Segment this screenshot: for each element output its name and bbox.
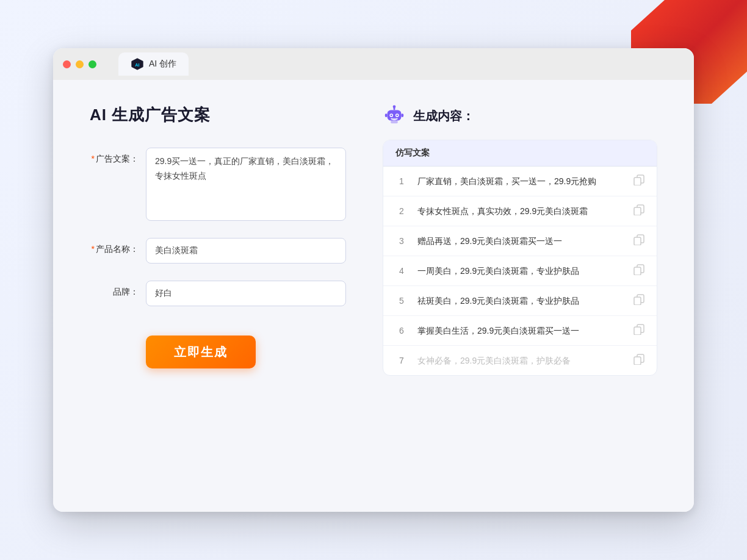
result-header: 生成内容： [383, 104, 657, 127]
brand-label: 品牌： [90, 281, 139, 298]
row-number: 4 [395, 266, 408, 276]
svg-point-6 [396, 115, 398, 117]
ai-tab-icon: AI [131, 57, 144, 71]
button-container: 立即生成 [146, 323, 346, 368]
product-name-field[interactable] [146, 238, 346, 264]
svg-rect-26 [634, 357, 641, 365]
minimize-button[interactable] [76, 60, 84, 68]
svg-text:AI: AI [135, 62, 139, 68]
table-row: 3赠品再送，29.9元美白淡斑霜买一送一 [383, 226, 657, 256]
svg-point-8 [393, 105, 396, 108]
svg-rect-11 [401, 113, 403, 117]
robot-icon [383, 104, 406, 127]
row-number: 3 [395, 236, 408, 246]
row-number: 6 [395, 326, 408, 336]
row-text: 一周美白，29.9元美白淡斑霜，专业护肤品 [417, 265, 624, 278]
ad-copy-field[interactable]: 29.9买一送一，真正的厂家直销，美白淡斑霜，专抹女性斑点 [146, 148, 346, 221]
table-row: 6掌握美白生活，29.9元美白淡斑霜买一送一 [383, 316, 657, 346]
copy-icon[interactable] [633, 294, 644, 307]
product-name-group: *产品名称： [90, 238, 346, 264]
row-text: 祛斑美白，29.9元美白淡斑霜，专业护肤品 [417, 295, 624, 307]
browser-window: AI AI 创作 AI 生成广告文案 *广告文案： 29.9买一送一，真正的厂家… [53, 48, 694, 512]
close-button[interactable] [63, 60, 71, 68]
row-number: 5 [395, 296, 408, 306]
row-text: 女神必备，29.9元美白淡斑霜，护肤必备 [417, 354, 624, 367]
product-name-label: *产品名称： [90, 238, 139, 255]
result-table: 仿写文案 1厂家直销，美白淡斑霜，买一送一，29.9元抢购2专抹女性斑点，真实功… [383, 140, 657, 376]
required-star-2: * [92, 244, 95, 254]
table-row: 2专抹女性斑点，真实功效，29.9元美白淡斑霜 [383, 196, 657, 226]
copy-icon[interactable] [633, 204, 644, 218]
copy-icon[interactable] [633, 354, 644, 367]
title-bar: AI AI 创作 [53, 48, 694, 80]
row-text: 厂家直销，美白淡斑霜，买一送一，29.9元抢购 [417, 175, 624, 188]
svg-rect-24 [634, 327, 641, 335]
traffic-lights [63, 60, 96, 68]
svg-rect-10 [385, 113, 388, 117]
table-row: 7女神必备，29.9元美白淡斑霜，护肤必备 [383, 346, 657, 375]
row-number: 2 [395, 206, 408, 216]
required-star: * [92, 154, 95, 163]
svg-rect-14 [634, 178, 641, 185]
row-text: 掌握美白生活，29.9元美白淡斑霜买一送一 [417, 325, 624, 337]
copy-icon[interactable] [633, 174, 644, 188]
row-text: 赠品再送，29.9元美白淡斑霜买一送一 [417, 235, 624, 248]
copy-icon[interactable] [633, 234, 644, 248]
table-row: 4一周美白，29.9元美白淡斑霜，专业护肤品 [383, 256, 657, 286]
svg-rect-12 [391, 121, 397, 124]
svg-point-5 [391, 115, 392, 117]
maximize-button[interactable] [88, 60, 96, 68]
copy-icon[interactable] [633, 264, 644, 278]
result-container: 1厂家直销，美白淡斑霜，买一送一，29.9元抢购2专抹女性斑点，真实功效，29.… [383, 167, 657, 375]
row-text: 专抹女性斑点，真实功效，29.9元美白淡斑霜 [417, 205, 624, 218]
left-panel: AI 生成广告文案 *广告文案： 29.9买一送一，真正的厂家直销，美白淡斑霜，… [90, 104, 346, 487]
ad-copy-group: *广告文案： 29.9买一送一，真正的厂家直销，美白淡斑霜，专抹女性斑点 [90, 148, 346, 221]
ai-tab[interactable]: AI AI 创作 [118, 52, 189, 76]
svg-rect-18 [634, 237, 641, 245]
table-row: 5祛斑美白，29.9元美白淡斑霜，专业护肤品 [383, 286, 657, 316]
page-title: AI 生成广告文案 [90, 104, 346, 126]
table-header: 仿写文案 [383, 140, 657, 167]
right-panel: 生成内容： 仿写文案 1厂家直销，美白淡斑霜，买一送一，29.9元抢购2专抹女性… [383, 104, 657, 487]
tab-area: AI AI 创作 [118, 52, 189, 76]
generate-button[interactable]: 立即生成 [146, 336, 256, 368]
result-title: 生成内容： [413, 108, 474, 124]
brand-group: 品牌： [90, 281, 346, 306]
row-number: 1 [395, 176, 408, 186]
svg-rect-22 [634, 297, 641, 305]
tab-label: AI 创作 [149, 59, 176, 70]
table-row: 1厂家直销，美白淡斑霜，买一送一，29.9元抢购 [383, 167, 657, 196]
svg-rect-20 [634, 267, 641, 275]
content-area: AI 生成广告文案 *广告文案： 29.9买一送一，真正的厂家直销，美白淡斑霜，… [53, 80, 694, 512]
svg-rect-16 [634, 207, 641, 215]
copy-icon[interactable] [633, 324, 644, 337]
brand-field[interactable] [146, 281, 346, 306]
ad-copy-label: *广告文案： [90, 148, 139, 165]
row-number: 7 [395, 356, 408, 365]
